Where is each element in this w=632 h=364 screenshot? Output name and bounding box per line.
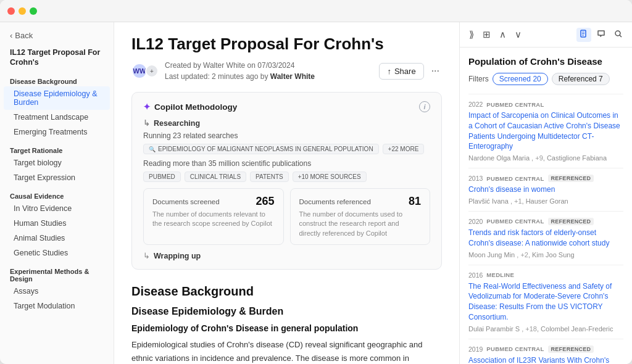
copilot-star-icon: ✦: [143, 102, 151, 112]
doc-meta-text: Created by Walter White on 07/03/2024 La…: [165, 60, 315, 82]
sidebar: ‹ Back IL12 Target Proposal For Crohn's …: [0, 22, 114, 364]
main-content: IL12 Target Proposal For Crohn's WW + Cr…: [114, 22, 459, 364]
scroll-down-button[interactable]: ∨: [512, 27, 525, 42]
ref-source-4: PUBMED CENTRAL: [486, 345, 544, 352]
rpt-left-buttons: ⟫ ⊞ ∧ ∨: [466, 27, 525, 42]
body-text-epidemiology: Epidemiological studies of Crohn's disea…: [131, 338, 442, 364]
doc-meta-author: Walter White: [270, 72, 315, 81]
ref-meta-0: 2022 PUBMED CENTRAL: [468, 101, 623, 108]
filter-referenced[interactable]: Referenced 7: [552, 73, 610, 85]
sidebar-item-treatment-landscape[interactable]: Treatment Landscape: [4, 110, 110, 125]
docs-screened-desc: The number of documents relevant to the …: [152, 210, 275, 229]
sidebar-section-target-rationale: Target Rationale: [0, 143, 114, 155]
scroll-up-button[interactable]: ∧: [496, 27, 509, 42]
wrapping-up-text: Wrapping up: [154, 252, 201, 260]
copilot-title-text: Copilot Methodology: [154, 102, 237, 112]
ref-source-0: PUBMED CENTRAL: [486, 101, 544, 108]
docs-screened-label: Documents screened 265: [152, 195, 275, 208]
docs-screened-box: Documents screened 265 The number of doc…: [143, 188, 284, 245]
ref-meta-2: 2020 PUBMED CENTRAL REFERENCED: [468, 218, 623, 225]
sidebar-item-target-biology[interactable]: Target biology: [4, 155, 110, 170]
back-label: Back: [15, 31, 33, 40]
more-button[interactable]: ···: [429, 63, 442, 79]
sidebar-item-animal-studies[interactable]: Animal Studies: [4, 231, 110, 246]
ref-card-0: 2022 PUBMED CENTRAL Impact of Sarcopenia…: [468, 94, 623, 168]
chat-button[interactable]: [594, 28, 609, 42]
sidebar-item-assays[interactable]: Assays: [4, 284, 110, 299]
share-label: Share: [394, 67, 416, 76]
ref-title-1[interactable]: Crohn's disease in women: [468, 184, 623, 195]
info-icon[interactable]: i: [419, 101, 430, 112]
researching-arrow-icon: ↳: [143, 118, 150, 128]
source-pill-clinical-trials: CLINICAL TRIALS: [185, 172, 246, 182]
sidebar-section-experimental: Experimental Methods & Design: [0, 264, 114, 284]
ref-badge-1: REFERENCED: [548, 175, 594, 182]
searches-text: Running 23 related searches: [143, 131, 430, 140]
rpt-right-buttons: [576, 28, 626, 42]
ref-year-4: 2019: [468, 345, 483, 353]
docs-referenced-label: Documents referenced 81: [299, 195, 422, 208]
svg-point-4: [615, 31, 620, 36]
ref-title-2[interactable]: Trends and risk factors of elderly-onset…: [468, 228, 623, 249]
back-button[interactable]: ‹ Back: [0, 28, 114, 45]
doc-meta: WW + Created by Walter White on 07/03/20…: [131, 60, 442, 82]
avatar-group: WW +: [131, 63, 159, 79]
doc-view-button[interactable]: [576, 28, 591, 42]
doc-created-by: Created by Walter White on 07/03/2024: [165, 61, 294, 70]
sidebar-item-human-studies[interactable]: Human Studies: [4, 216, 110, 231]
ref-authors-0: Nardone Olga Maria , +9, Castiglione Fab…: [468, 154, 623, 162]
ref-title-0[interactable]: Impact of Sarcopenia on Clinical Outcome…: [468, 110, 623, 152]
doc-last-updated: Last updated: 2 minutes ago by: [165, 72, 268, 81]
sidebar-item-genetic-studies[interactable]: Genetic Studies: [4, 246, 110, 260]
title-bar: [0, 0, 632, 22]
maximize-button[interactable]: [30, 7, 37, 15]
sidebar-item-target-expression[interactable]: Target Expression: [4, 170, 110, 185]
chat-icon: [597, 30, 605, 38]
search-icon: 🔍: [149, 146, 156, 152]
minimize-button[interactable]: [19, 7, 26, 15]
sidebar-item-disease-epidemiology[interactable]: Disease Epidemiology & Burden: [4, 86, 110, 110]
docs-screened-count: 265: [256, 195, 274, 208]
pill-row-searches: 🔍 EPIDEMIOLOGY OF MALIGNANT NEOPLASMS IN…: [143, 144, 430, 154]
source-pill-patents: PATENTS: [250, 172, 289, 182]
subsection-title: Disease Epidemiology & Burden: [131, 306, 442, 317]
sidebar-item-emerging-treatments[interactable]: Emerging Treatments: [4, 125, 110, 139]
back-arrow-icon: ‹: [10, 31, 12, 40]
sidebar-project-title: IL12 Target Proposal For Crohn's: [0, 45, 114, 74]
collapse-panel-button[interactable]: ⟫: [466, 27, 477, 42]
ref-card-4: 2019 PUBMED CENTRAL REFERENCED Associati…: [468, 339, 623, 364]
ref-badge-4: REFERENCED: [548, 345, 594, 353]
source-pill-more[interactable]: +10 MORE SOURCES: [293, 172, 367, 182]
sidebar-item-in-vitro[interactable]: In Vitro Evidence: [4, 201, 110, 216]
docs-referenced-count: 81: [409, 195, 421, 208]
ref-authors-2: Moon Jung Min , +2, Kim Joo Sung: [468, 251, 623, 259]
copilot-title: ✦ Copilot Methodology: [143, 102, 237, 112]
search-pill-more[interactable]: +22 MORE: [383, 144, 425, 154]
sidebar-item-target-modulation[interactable]: Target Modulation: [4, 299, 110, 313]
doc-icon: [580, 30, 588, 38]
ref-year-3: 2016: [468, 271, 483, 279]
sidebar-section-disease-background: Disease Background: [0, 74, 114, 86]
panel-title: Population of Crohn's Disease: [468, 56, 623, 67]
right-panel-content: Population of Crohn's Disease Filters Sc…: [460, 48, 632, 364]
ref-meta-4: 2019 PUBMED CENTRAL REFERENCED: [468, 345, 623, 353]
close-button[interactable]: [7, 7, 15, 15]
ref-meta-1: 2013 PUBMED CENTRAL REFERENCED: [468, 175, 623, 182]
share-button[interactable]: ↑ Share: [379, 63, 423, 80]
pill-row-sources: PUBMED CLINICAL TRIALS PATENTS +10 MORE …: [143, 172, 430, 182]
ref-title-3[interactable]: The Real-World Effectiveness and Safety …: [468, 281, 623, 323]
layout-button[interactable]: ⊞: [480, 27, 494, 42]
filter-screened[interactable]: Screened 20: [493, 73, 548, 85]
ref-meta-3: 2016 MEDLINE: [468, 271, 623, 279]
ref-badge-2: REFERENCED: [548, 218, 594, 225]
sidebar-section-causal-evidence: Causal Evidence: [0, 189, 114, 201]
filter-label: Filters: [468, 75, 489, 83]
ref-title-4[interactable]: Association of IL23R Variants With Crohn…: [468, 355, 623, 364]
search-icon: [614, 30, 623, 38]
ref-source-3: MEDLINE: [486, 271, 514, 278]
ref-source-1: PUBMED CENTRAL: [486, 175, 544, 182]
docs-referenced-desc: The number of documents used to construc…: [299, 210, 422, 238]
app-window: ‹ Back IL12 Target Proposal For Crohn's …: [0, 0, 632, 364]
right-panel: ⟫ ⊞ ∧ ∨: [459, 22, 632, 364]
search-button[interactable]: [611, 28, 626, 42]
